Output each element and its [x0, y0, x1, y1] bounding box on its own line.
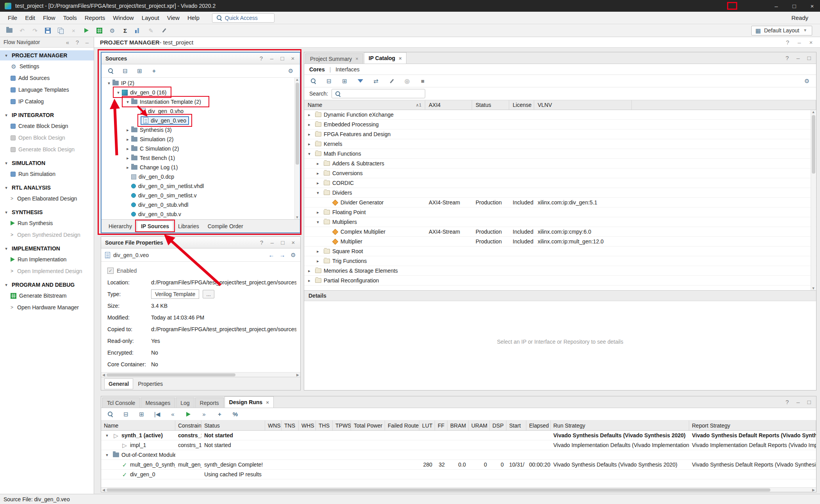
menu-reports[interactable]: Reports [81, 13, 109, 23]
fn-header-simulation[interactable]: ▾SIMULATION [0, 158, 94, 168]
ip-catalog-row[interactable]: ▾Multipliers [304, 217, 816, 227]
ip-search-input[interactable] [332, 89, 425, 98]
fn-item-add-sources[interactable]: Add Sources [0, 72, 94, 84]
menu-edit[interactable]: Edit [21, 13, 39, 23]
type-dropdown[interactable]: Verilog Template [151, 289, 199, 299]
run-icon-button[interactable] [81, 25, 92, 35]
scroll-right-icon[interactable]: ▶ [812, 488, 815, 492]
caret-right-icon[interactable]: ▸ [306, 122, 313, 127]
caret-right-icon[interactable]: ▸ [306, 278, 313, 283]
column-header-bram[interactable]: BRAM [447, 421, 469, 430]
scroll-thumb[interactable] [812, 115, 815, 174]
minimize-icon[interactable]: ‒ [269, 240, 275, 245]
source-tree-item[interactable]: div_gen_0_sim_netlist.v [102, 191, 300, 200]
caret-right-icon[interactable]: ▸ [314, 181, 321, 186]
details-header[interactable]: Details [304, 290, 816, 301]
redo-icon-button[interactable]: ↷ [30, 25, 40, 35]
ip-catalog-row[interactable]: ▸Floating Point [304, 208, 816, 217]
design-runs-hscrollbar[interactable]: ◀ ▶ [101, 487, 816, 492]
caret-right-icon[interactable]: ▸ [306, 142, 313, 147]
copy-icon-button[interactable] [55, 25, 66, 35]
caret-right-icon[interactable]: ▸ [314, 259, 321, 264]
close-icon[interactable]: × [808, 39, 814, 45]
layout-select[interactable]: ▦ Default Layout ▼ [751, 26, 812, 35]
scroll-down-icon[interactable]: ▼ [296, 215, 299, 219]
tab-design-runs[interactable]: Design Runs× [225, 396, 274, 408]
caret-down-icon[interactable]: ▾ [115, 90, 122, 95]
collapse-all-icon-button[interactable]: ⊟ [324, 76, 334, 86]
design-run-row[interactable]: ✓div_gen_0Using cached IP results [101, 470, 816, 479]
fn-item-settings[interactable]: ⚙Settings [0, 60, 94, 72]
ip-catalog-row[interactable]: ▸Conversions [304, 169, 816, 178]
help-icon[interactable]: ? [784, 55, 790, 61]
ip-catalog-row[interactable]: ▸Dynamic Function eXchange [304, 110, 816, 120]
ip-catalog-row[interactable]: ▸Partial Reconfiguration [304, 276, 816, 286]
column-header-lut[interactable]: LUT [419, 421, 435, 430]
menu-help[interactable]: Help [184, 13, 203, 23]
menu-flow[interactable]: Flow [39, 13, 59, 23]
edit-icon-button[interactable]: ✎ [146, 25, 156, 35]
more-button[interactable]: ... [203, 290, 214, 298]
minimize-icon[interactable]: ‒ [795, 55, 801, 61]
help-icon[interactable]: ? [784, 39, 791, 45]
filter-icon-button[interactable] [355, 76, 365, 86]
ip-catalog-row[interactable]: MultiplierProductionIncludedxilinx.com:i… [304, 237, 816, 247]
minimize-icon[interactable]: ‒ [796, 39, 802, 45]
source-tree-item[interactable]: ▸C Simulation (2) [102, 144, 300, 153]
tab-project-summary[interactable]: Project Summary× [305, 53, 363, 64]
subtab-cores[interactable]: Cores [309, 66, 325, 73]
design-run-row[interactable]: ✓mult_gen_0_synth_1mult_gen_0synth_desig… [101, 460, 816, 470]
float-icon[interactable]: □ [806, 399, 812, 405]
caret-right-icon[interactable]: ▸ [124, 128, 131, 133]
scroll-left-icon[interactable]: ◀ [102, 488, 105, 492]
column-header-license[interactable]: License [509, 100, 534, 110]
sfp-hscrollbar[interactable]: ◀ ▶ [101, 372, 300, 377]
fn-header-program-and-debug[interactable]: ▾PROGRAM AND DEBUG [0, 280, 94, 290]
menu-file[interactable]: File [4, 13, 21, 23]
scroll-up-icon[interactable]: ▲ [296, 78, 299, 82]
scroll-down-icon[interactable]: ▼ [812, 286, 815, 290]
design-run-row[interactable]: ▷impl_1constrs_1Not startedVivado Implem… [101, 440, 816, 450]
close-icon[interactable]: × [266, 399, 269, 405]
ip-catalog-row[interactable]: Divider GeneratorAXI4-StreamProductionIn… [304, 198, 816, 208]
ip-catalog-row[interactable]: ▸Adders & Subtracters [304, 159, 816, 169]
source-tree-item[interactable]: ▸Change Log (1) [102, 163, 300, 172]
design-run-row[interactable]: ▾Out-of-Context Module Runs [101, 450, 816, 460]
caret-right-icon[interactable]: ▸ [314, 249, 321, 254]
minimize-icon[interactable]: ‒ [795, 399, 801, 405]
column-header-failed-routes[interactable]: Failed Routes [385, 421, 419, 430]
settings-gear-button[interactable]: ⚙ [802, 76, 812, 86]
float-icon[interactable]: □ [806, 55, 812, 61]
tab-log[interactable]: Log [176, 398, 194, 408]
column-header-whs[interactable]: WHS [299, 421, 316, 430]
source-tree-item[interactable]: div_gen_0.dcp [102, 172, 300, 181]
ip-catalog-row[interactable]: Complex MultiplierAXI4-StreamProductionI… [304, 227, 816, 237]
collapse-all-icon-button[interactable]: ⊟ [120, 66, 130, 76]
design-run-row[interactable]: ▾▷synth_1 (active)constrs_1Not startedVi… [101, 431, 816, 440]
source-tree-item[interactable]: div_gen_0.vho [102, 106, 300, 116]
settings-gear-button[interactable]: ⚙ [285, 66, 296, 76]
settings-gear-button[interactable]: ⚙ [290, 252, 296, 258]
search-icon-button[interactable] [105, 409, 116, 419]
column-header-dsp[interactable]: DSP [490, 421, 506, 430]
scroll-thumb[interactable] [107, 488, 770, 492]
caret-down-icon[interactable]: ▾ [314, 190, 321, 195]
help-icon[interactable]: ? [784, 399, 790, 405]
help-icon[interactable]: ? [258, 240, 265, 245]
report-icon-button[interactable] [133, 25, 143, 35]
close-icon[interactable]: × [290, 240, 296, 245]
float-icon[interactable]: □ [280, 240, 286, 245]
close-icon[interactable]: × [290, 55, 296, 61]
quick-access-input[interactable]: Quick Access [212, 13, 275, 23]
minimize-icon[interactable]: ‒ [269, 55, 275, 61]
maximize-icon[interactable]: □ [791, 3, 797, 9]
column-header-uram[interactable]: URAM [469, 421, 490, 430]
subtab-interfaces[interactable]: Interfaces [335, 66, 359, 73]
column-header-ff[interactable]: FF [435, 421, 447, 430]
caret-right-icon[interactable]: ▸ [124, 165, 131, 170]
column-header-constraints[interactable]: Constraints [175, 421, 201, 430]
caret-right-icon[interactable]: ▸ [124, 156, 131, 161]
minimize-icon[interactable]: ‒ [773, 3, 779, 9]
column-header-status[interactable]: Status [201, 421, 265, 430]
fn-item-run-implementation[interactable]: Run Implementation [0, 254, 94, 265]
